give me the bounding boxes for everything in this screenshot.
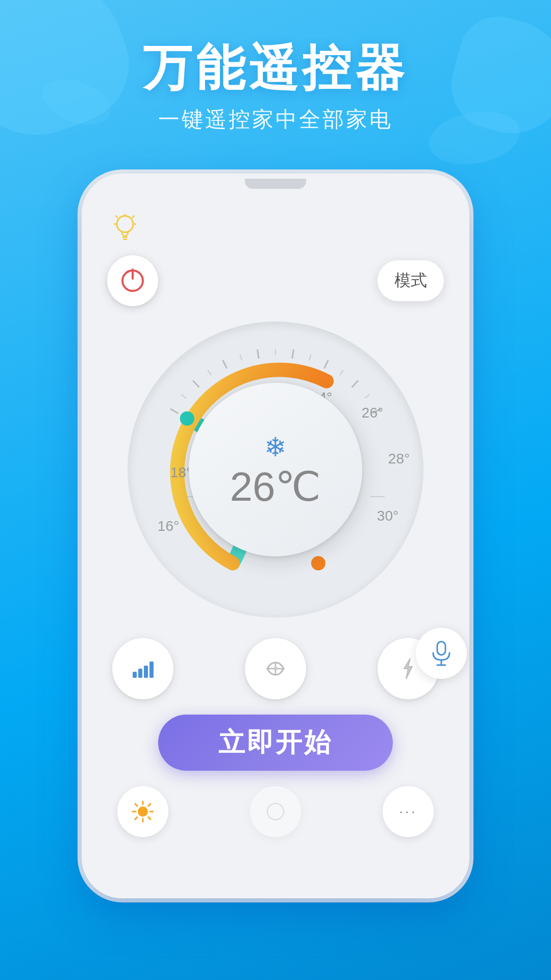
temp-26: 26°	[362, 405, 383, 421]
more-button[interactable]: ···	[383, 786, 434, 837]
svg-rect-30	[437, 642, 445, 655]
placeholder-button[interactable]	[250, 786, 301, 837]
svg-line-5	[133, 216, 134, 217]
temp-value: 26℃	[230, 467, 321, 507]
svg-line-41	[148, 804, 151, 806]
top-icon-row	[107, 209, 444, 245]
svg-line-39	[148, 817, 151, 819]
svg-line-20	[352, 381, 358, 387]
svg-line-38	[135, 804, 137, 806]
phone-top-bar	[82, 174, 469, 194]
phone-notch	[245, 179, 306, 189]
bottom-controls	[107, 638, 444, 699]
svg-line-8	[170, 409, 179, 413]
svg-line-18	[324, 360, 328, 369]
phone-content: 模式	[82, 194, 469, 898]
power-icon	[121, 270, 144, 292]
svg-line-16	[292, 350, 294, 359]
svg-line-11	[208, 370, 211, 375]
app-title: 万能遥控器	[0, 41, 551, 95]
svg-point-24	[311, 556, 325, 571]
phone-mockup: 模式	[82, 174, 469, 898]
mic-button[interactable]	[416, 628, 467, 679]
svg-point-23	[180, 411, 194, 426]
mode-button[interactable]: 模式	[378, 260, 444, 301]
temp-30: 30°	[377, 508, 398, 524]
svg-text:—: —	[370, 487, 385, 503]
svg-line-21	[365, 395, 369, 398]
thermostat-dial[interactable]: 16° 18° 20° 22° 24° 26° 28° 30° — — ❄ 26…	[128, 322, 423, 618]
sun-button[interactable]	[117, 786, 168, 837]
temperature-display: ❄ 26℃	[189, 383, 362, 556]
fan-icon	[263, 657, 288, 680]
svg-line-40	[135, 817, 137, 819]
svg-line-19	[340, 370, 343, 375]
svg-line-13	[240, 354, 242, 360]
svg-point-42	[267, 803, 284, 820]
more-dots-icon: ···	[399, 803, 417, 820]
svg-line-14	[257, 350, 259, 359]
svg-point-33	[138, 806, 148, 817]
svg-line-17	[309, 354, 311, 360]
svg-point-29	[273, 667, 278, 671]
bar-signal-icon	[133, 659, 154, 678]
start-button-label: 立即开始	[218, 725, 333, 761]
fan-direction-button[interactable]	[245, 638, 306, 699]
svg-line-9	[181, 395, 186, 398]
lightning-icon	[399, 657, 417, 680]
start-button[interactable]: 立即开始	[158, 715, 393, 771]
snowflake-icon: ❄	[264, 432, 287, 462]
sun-icon	[132, 800, 154, 823]
svg-line-4	[116, 216, 117, 217]
power-button[interactable]	[107, 255, 158, 306]
app-subtitle: 一键遥控家中全部家电	[0, 105, 551, 134]
mic-icon	[431, 641, 452, 666]
control-row: 模式	[107, 255, 444, 306]
svg-line-12	[223, 360, 227, 369]
svg-line-10	[193, 381, 199, 387]
bottom-icon-row: ···	[107, 786, 444, 837]
placeholder-icon	[265, 801, 286, 822]
header: 万能遥控器 一键遥控家中全部家电	[0, 0, 551, 154]
wind-speed-button[interactable]	[112, 638, 173, 699]
temp-28: 28°	[388, 451, 410, 467]
temp-16: 16°	[158, 518, 179, 534]
mode-button-label: 模式	[394, 270, 427, 292]
svg-point-0	[117, 216, 133, 232]
bulb-icon[interactable]	[107, 209, 143, 245]
electricity-button[interactable]	[378, 638, 439, 699]
